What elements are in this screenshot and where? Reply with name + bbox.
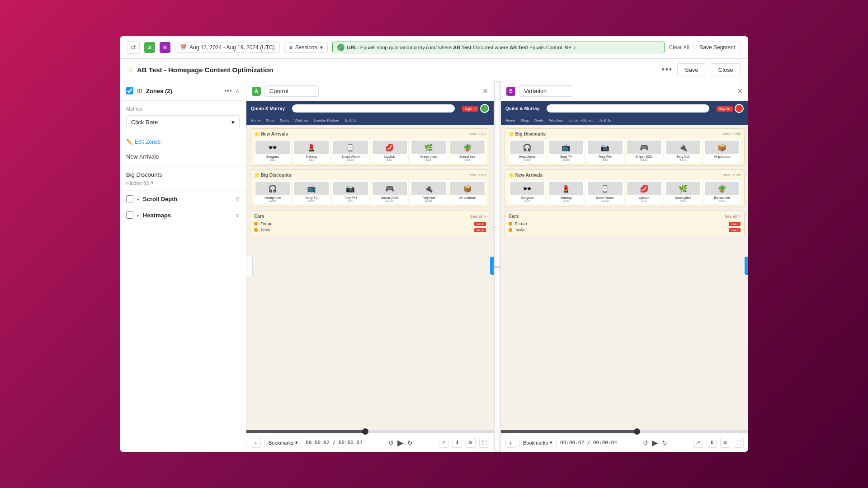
preview-b-login: Sign in bbox=[717, 106, 733, 112]
clear-all-button[interactable]: Clear All bbox=[669, 44, 689, 51]
nav-arrow-left[interactable]: ‹ bbox=[246, 256, 253, 277]
product-img: 💄 bbox=[294, 141, 329, 154]
product-price: $90 bbox=[603, 158, 608, 161]
product-name: Sunglass bbox=[266, 155, 279, 158]
chevron-right-icon: › bbox=[574, 44, 576, 51]
date-filter[interactable]: 📅 Aug 12, 2024 - Aug 19, 2024 (UTC) bbox=[175, 42, 280, 53]
scroll-depth-checkbox[interactable] bbox=[126, 195, 133, 202]
product-item: 🕶️ Sunglass $20 bbox=[509, 180, 546, 204]
panel-b-add-button[interactable]: + bbox=[505, 438, 515, 448]
car-sale-badge: SALE bbox=[729, 228, 741, 232]
product-item: 🎧 Headphone $260 bbox=[254, 180, 291, 204]
car-name: Tesla bbox=[260, 228, 270, 232]
heatmaps-chevron-icon[interactable]: ∨ bbox=[236, 212, 240, 218]
calendar-icon: 📅 bbox=[180, 44, 187, 51]
new-arrivals-title-a: 🌟 New Arrivals bbox=[254, 131, 288, 136]
more-options-button[interactable]: ••• bbox=[661, 65, 673, 75]
bookmarks-chevron-icon: ▾ bbox=[550, 440, 552, 446]
zone-item-sub[interactable]: Hidden (0) ▾ bbox=[126, 180, 240, 186]
panel-a-rewind-button[interactable]: ↺ bbox=[388, 439, 394, 446]
panel-b-download-button[interactable]: ⬇ bbox=[707, 438, 717, 448]
product-item: 🎮 Sniper 2020 $320 bbox=[626, 139, 663, 163]
panel-a-timeline-thumb[interactable] bbox=[362, 428, 368, 435]
save-segment-button[interactable]: Save Segment bbox=[693, 42, 741, 53]
car-row-ferrari-b: Ferrari SALE bbox=[509, 221, 741, 227]
panel-a-timeline[interactable] bbox=[246, 430, 494, 433]
refresh-button[interactable]: ↺ bbox=[127, 41, 140, 54]
badge-b[interactable]: B bbox=[160, 42, 170, 53]
badge-a[interactable]: A bbox=[144, 42, 155, 53]
product-price: $550 bbox=[308, 199, 315, 202]
panel-a-variant-select[interactable]: Control Variation bbox=[264, 85, 319, 97]
url-filter[interactable]: 🔗 URL: Equals shop.quinnandmurray.com/ w… bbox=[332, 42, 665, 53]
panel-b-forward-button[interactable]: ↻ bbox=[662, 439, 667, 446]
zones-header: ⊞ Zones (2) ••• ∧ bbox=[120, 81, 246, 101]
car-sale-badge: SALE bbox=[729, 222, 741, 226]
edit-icon: ✏️ bbox=[126, 139, 133, 145]
sub-chevron-icon: ▾ bbox=[151, 180, 154, 186]
car-name: Ferrari bbox=[260, 221, 273, 226]
edit-zones-link[interactable]: ✏️ Edit Zones bbox=[120, 135, 246, 149]
panel-a-preview: Quinn & Murray Sign in Home Shop D bbox=[246, 101, 494, 430]
cat-london-b: London Kitchen bbox=[568, 118, 594, 122]
panel-b-share-button[interactable]: ↗ bbox=[693, 438, 703, 448]
panel-b-settings-button[interactable]: ⚙ bbox=[720, 438, 730, 448]
panel-a-play-button[interactable]: ▶ bbox=[397, 438, 404, 448]
zones-more-button[interactable]: ••• bbox=[224, 87, 232, 95]
big-discounts-products-b: 🎧 Headphone $260 📺 Sony TV $550 bbox=[509, 139, 741, 163]
product-price: $15 bbox=[563, 199, 569, 202]
product-img: 🔌 bbox=[666, 141, 700, 154]
cars-title-a: Cars bbox=[254, 214, 264, 219]
save-button[interactable]: Save bbox=[677, 63, 706, 76]
panel-a-add-button[interactable]: + bbox=[251, 438, 261, 448]
panel-a-forward-button[interactable]: ↻ bbox=[407, 439, 413, 446]
scroll-depth-section[interactable]: ▸ Scroll Depth ∨ bbox=[120, 191, 246, 207]
metrics-select[interactable]: Click Rate ▾ bbox=[126, 115, 240, 129]
panel-b-rewind-button[interactable]: ↺ bbox=[643, 439, 648, 446]
panel-b-close-button[interactable]: ✕ bbox=[737, 87, 743, 95]
panel-b-variant-select[interactable]: Variation Control bbox=[519, 85, 573, 97]
product-name: Tony Phil bbox=[344, 196, 357, 199]
panel-b-timeline-thumb[interactable] bbox=[634, 428, 640, 435]
heatmaps-checkbox[interactable] bbox=[126, 211, 133, 219]
zones-checkbox[interactable] bbox=[126, 87, 133, 94]
car-name: Ferrari bbox=[515, 221, 527, 226]
resize-handle[interactable]: ⟺ bbox=[495, 81, 500, 452]
cars-see-all-b[interactable]: See all > bbox=[725, 214, 741, 219]
product-img: 🕶️ bbox=[510, 182, 544, 195]
preview-a-search bbox=[292, 104, 455, 113]
panel-a-settings-button[interactable]: ⚙ bbox=[466, 438, 476, 448]
zones-chevron-icon[interactable]: ∧ bbox=[236, 88, 240, 94]
heatmaps-section[interactable]: ▸ Heatmaps ∨ bbox=[120, 207, 246, 223]
scroll-depth-chevron-icon[interactable]: ∨ bbox=[236, 196, 240, 202]
product-img: 💋 bbox=[373, 141, 407, 154]
zone-item-name: New Arrivals bbox=[126, 153, 240, 160]
panel-a-share-button[interactable]: ↗ bbox=[439, 438, 448, 448]
panel-a-header: A Control Variation ✕ bbox=[246, 81, 494, 101]
panel-a-close-button[interactable]: ✕ bbox=[482, 87, 488, 95]
panel-a-download-button[interactable]: ⬇ bbox=[452, 438, 462, 448]
product-img: 🕶️ bbox=[255, 141, 290, 154]
panel-b-play-button[interactable]: ▶ bbox=[652, 438, 658, 448]
big-discounts-title-a: 🌟 Big Discounts bbox=[254, 173, 291, 178]
panel-b-timeline[interactable] bbox=[501, 430, 748, 433]
cars-see-all-a[interactable]: See all > bbox=[470, 214, 486, 219]
preview-b-body: 🌟 Big Discounts click: 7.5% 🎧 Headphone … bbox=[501, 125, 748, 430]
panel-b-fullscreen-button[interactable]: ⛶ bbox=[734, 438, 744, 448]
panel-a-bookmarks[interactable]: Bookmarks ▾ bbox=[264, 438, 302, 447]
product-item: 📷 Tony Phil $90 bbox=[586, 139, 623, 163]
close-button[interactable]: Close bbox=[711, 63, 741, 76]
car-dot-icon bbox=[509, 228, 512, 232]
url-icon: 🔗 bbox=[337, 44, 344, 51]
bookmarks-label: Bookmarks bbox=[269, 440, 293, 446]
product-name: Sniper 2020 bbox=[636, 155, 653, 158]
new-arrivals-badge-b: click: 1.2% bbox=[723, 173, 741, 177]
cat-shop: Shop bbox=[266, 118, 274, 122]
product-img: 🎮 bbox=[373, 182, 407, 195]
content-area: ⊞ Zones (2) ••• ∧ Metrics Click Rate ▾ ✏… bbox=[120, 81, 748, 452]
sessions-filter[interactable]: ≡ Sessions ▾ bbox=[284, 42, 328, 53]
panel-a-fullscreen-button[interactable]: ⛶ bbox=[479, 438, 489, 448]
panel-b-bookmarks[interactable]: Bookmarks ▾ bbox=[519, 438, 557, 447]
product-item: 🌿 Green plant $25 bbox=[665, 180, 702, 204]
product-price: $25 bbox=[680, 199, 686, 202]
